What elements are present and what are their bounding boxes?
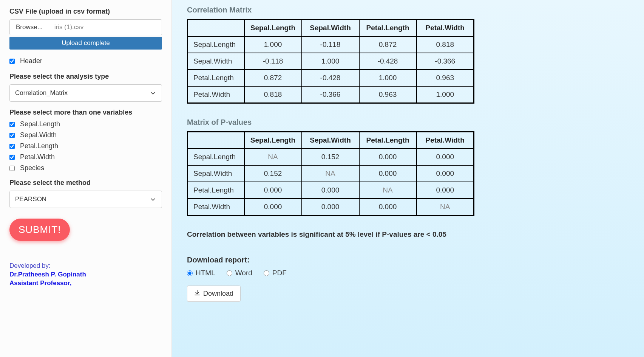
download-report-title: Download report:	[187, 256, 629, 264]
variable-item: Species	[9, 164, 162, 172]
header-checkbox[interactable]	[9, 59, 15, 64]
variable-checkbox[interactable]	[9, 166, 15, 171]
table-header-cell: Petal.Width	[417, 20, 474, 37]
table-row: Petal.Width 0.818 -0.366 0.963 1.000	[188, 86, 474, 103]
credits-developed-by: Developed by:	[9, 262, 162, 270]
file-input-row: Browse... iris (1).csv	[9, 19, 162, 35]
table-row: Petal.Length 0.000 0.000 NA 0.000	[188, 182, 474, 199]
variable-checkbox-label: Species	[20, 164, 44, 172]
table-row: Petal.Length 0.872 -0.428 1.000 0.963	[188, 70, 474, 86]
table-cell: NA	[417, 199, 474, 216]
browse-button[interactable]: Browse...	[10, 20, 49, 35]
table-row-header: Petal.Length	[188, 182, 244, 199]
table-row-header: Petal.Width	[188, 86, 244, 103]
table-cell: 1.000	[359, 70, 417, 86]
table-cell: 0.000	[359, 199, 417, 216]
download-format-label: PDF	[272, 269, 287, 277]
table-cell: 1.000	[302, 53, 359, 70]
table-cell: 0.000	[244, 182, 302, 199]
table-header-cell: Petal.Width	[417, 132, 474, 149]
variable-item: Sepal.Width	[9, 131, 162, 139]
table-cell: 0.000	[244, 199, 302, 216]
table-cell: -0.366	[417, 53, 474, 70]
download-format-option[interactable]: HTML	[187, 269, 215, 277]
download-format-option[interactable]: Word	[227, 269, 252, 277]
table-row-header: Sepal.Length	[188, 36, 244, 53]
table-row-header: Petal.Width	[188, 199, 244, 216]
table-cell: NA	[244, 149, 302, 165]
table-cell: 0.818	[417, 36, 474, 53]
table-row: Sepal.Width 0.152 NA 0.000 0.000	[188, 165, 474, 182]
method-select-wrap[interactable]: PEARSON	[9, 191, 162, 208]
download-format-radios: HTML Word PDF	[187, 269, 629, 277]
table-header-row: Sepal.Length Sepal.Width Petal.Length Pe…	[188, 132, 474, 149]
variable-checkbox[interactable]	[9, 144, 15, 149]
download-button-label: Download	[203, 290, 233, 298]
upload-progress-bar: Upload complete	[9, 37, 162, 50]
table-cell: 0.818	[244, 86, 302, 103]
csv-file-label: CSV File (upload in csv format)	[9, 8, 162, 16]
method-section: Please select the method PEARSON	[9, 179, 162, 208]
header-checkbox-label: Header	[20, 57, 42, 65]
variable-checkbox[interactable]	[9, 133, 15, 138]
analysis-type-select-wrap[interactable]: Correlation_Matrix	[9, 84, 162, 102]
analysis-type-select[interactable]: Correlation_Matrix	[9, 84, 162, 102]
variable-checkbox[interactable]	[9, 122, 15, 127]
table-row: Petal.Width 0.000 0.000 0.000 NA	[188, 199, 474, 216]
table-cell: 1.000	[417, 86, 474, 103]
sidebar: CSV File (upload in csv format) Browse..…	[0, 0, 172, 357]
analysis-type-section: Please select the analysis type Correlat…	[9, 73, 162, 102]
table-cell: 0.000	[359, 165, 417, 182]
analysis-type-label: Please select the analysis type	[9, 73, 162, 81]
table-row: Sepal.Width -0.118 1.000 -0.428 -0.366	[188, 53, 474, 70]
table-cell: 0.963	[417, 70, 474, 86]
table-corner-cell	[188, 20, 244, 37]
credits-author-name: Dr.Pratheesh P. Gopinath	[9, 270, 162, 279]
download-format-radio[interactable]	[227, 270, 232, 276]
download-button[interactable]: Download	[187, 286, 241, 302]
download-format-radio[interactable]	[187, 270, 193, 276]
variable-checkbox-label: Petal.Width	[20, 153, 55, 161]
table-row-header: Petal.Length	[188, 70, 244, 86]
table-row: Sepal.Length NA 0.152 0.000 0.000	[188, 149, 474, 165]
table-header-cell: Petal.Length	[359, 132, 417, 149]
table-header-cell: Sepal.Width	[302, 20, 359, 37]
table-cell: 0.000	[302, 199, 359, 216]
variables-label: Please select more than one variables	[9, 109, 162, 116]
download-format-radio[interactable]	[264, 270, 269, 276]
table-header-cell: Sepal.Width	[302, 132, 359, 149]
table-cell: NA	[359, 182, 417, 199]
table-row-header: Sepal.Width	[188, 165, 244, 182]
table-cell: 0.000	[302, 182, 359, 199]
variable-checkbox-label: Sepal.Width	[20, 131, 57, 139]
table-cell: NA	[302, 165, 359, 182]
download-format-option[interactable]: PDF	[264, 269, 287, 277]
table-cell: -0.118	[302, 36, 359, 53]
variable-checkbox-label: Sepal.Length	[20, 120, 60, 128]
table-cell: 0.963	[359, 86, 417, 103]
method-select[interactable]: PEARSON	[9, 191, 162, 208]
variable-checkbox[interactable]	[9, 155, 15, 160]
header-checkbox-row: Header	[9, 57, 162, 65]
table-cell: 0.152	[302, 149, 359, 165]
credits: Developed by: Dr.Pratheesh P. Gopinath A…	[9, 262, 162, 288]
credits-author-role: Assistant Professor,	[9, 279, 162, 288]
table-cell: 0.000	[417, 182, 474, 199]
table-header-row: Sepal.Length Sepal.Width Petal.Length Pe…	[188, 20, 474, 37]
selected-file-name: iris (1).csv	[49, 20, 162, 35]
correlation-matrix-table: Sepal.Length Sepal.Width Petal.Length Pe…	[187, 19, 474, 104]
significance-note: Correlation between variables is signifi…	[187, 230, 629, 239]
table-cell: 0.152	[244, 165, 302, 182]
table-header-cell: Sepal.Length	[244, 20, 302, 37]
table-cell: 0.872	[359, 36, 417, 53]
download-format-label: Word	[235, 269, 252, 277]
table-header-cell: Petal.Length	[359, 20, 417, 37]
pvalue-matrix-table: Sepal.Length Sepal.Width Petal.Length Pe…	[187, 131, 474, 216]
main-panel: Correlation Matrix Sepal.Length Sepal.Wi…	[172, 0, 644, 357]
pvalue-matrix-title: Matrix of P-values	[187, 118, 629, 127]
table-row-header: Sepal.Width	[188, 53, 244, 70]
submit-button[interactable]: SUBMIT!	[9, 219, 70, 241]
variable-item: Petal.Length	[9, 142, 162, 150]
table-cell: -0.118	[244, 53, 302, 70]
correlation-matrix-title: Correlation Matrix	[187, 6, 629, 14]
